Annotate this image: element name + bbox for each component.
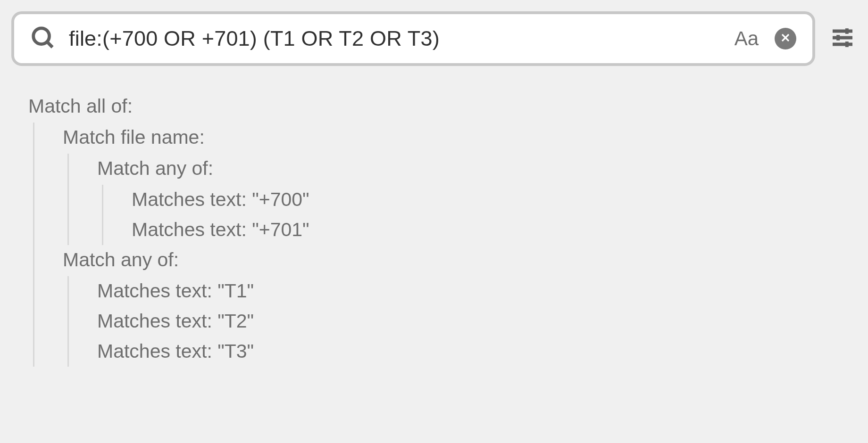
sliders-icon	[829, 25, 856, 53]
explain-label: Matches text: "+701"	[132, 215, 857, 245]
explain-node: Matches text: "+701"	[132, 215, 857, 245]
explain-node: Match all of: Match file name: Match any…	[28, 91, 857, 367]
search-input[interactable]	[69, 26, 718, 51]
search-icon	[30, 25, 56, 52]
explain-label: Match file name:	[63, 123, 857, 153]
explain-label: Match any of:	[63, 245, 857, 275]
explain-node: Matches text: "T2"	[97, 306, 857, 336]
explain-label: Match any of:	[97, 154, 857, 184]
explain-node: Matches text: "T1"	[97, 276, 857, 306]
search-box: Aa	[11, 11, 815, 66]
explain-label: Match all of:	[28, 91, 857, 122]
explain-node: Matches text: "+700"	[132, 185, 857, 215]
explain-node: Match any of: Matches text: "+700" Match…	[97, 154, 857, 245]
query-explain-tree: Match all of: Match file name: Match any…	[28, 91, 857, 367]
explain-label: Matches text: "+700"	[132, 185, 857, 215]
case-sensitive-toggle[interactable]: Aa	[732, 27, 761, 50]
explain-node: Match any of: Matches text: "T1" Matches…	[63, 245, 857, 367]
settings-button[interactable]	[828, 25, 857, 53]
explain-label: Matches text: "T2"	[97, 306, 857, 336]
explain-label: Matches text: "T1"	[97, 276, 857, 306]
close-icon	[780, 32, 791, 45]
explain-label: Matches text: "T3"	[97, 336, 857, 367]
explain-node: Match file name: Match any of: Matches t…	[63, 123, 857, 245]
svg-point-0	[33, 28, 50, 44]
svg-line-1	[47, 42, 52, 47]
clear-button[interactable]	[775, 28, 796, 49]
explain-node: Matches text: "T3"	[97, 336, 857, 367]
